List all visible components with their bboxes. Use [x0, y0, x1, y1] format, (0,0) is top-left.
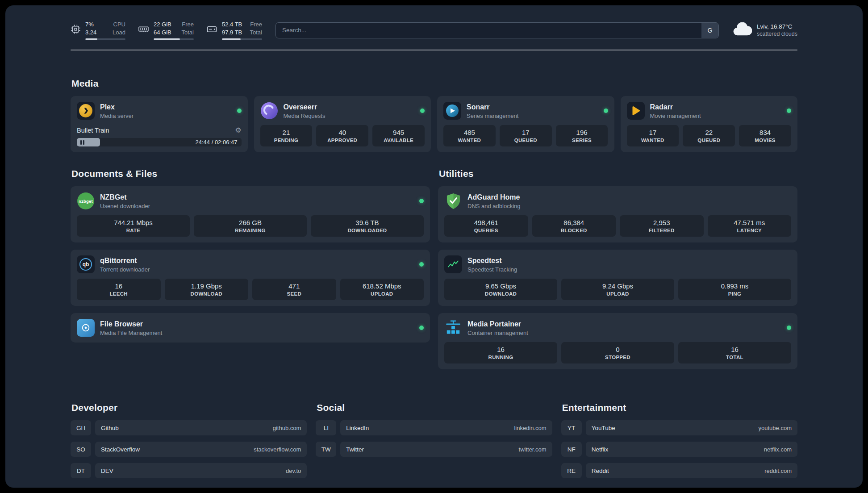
stat-tile: 945 AVAILABLE [372, 125, 425, 146]
filebrowser-status-dot [419, 326, 424, 330]
overseerr-subtitle: Media Requests [284, 113, 326, 119]
plex-card: Plex Media server Bullet Train ⚙ [71, 96, 248, 152]
bookmark-netflix[interactable]: NF Netflix netflix.com [561, 442, 797, 457]
portainer-link[interactable]: Media Portainer Container management [444, 319, 791, 337]
bookmark-reddit[interactable]: RE Reddit reddit.com [561, 463, 797, 478]
qbittorrent-link[interactable]: qb qBittorrent Torrent downloader [77, 255, 424, 273]
qbittorrent-status-dot [419, 262, 424, 267]
cpu-load-label: Load [113, 29, 125, 37]
nzbget-link[interactable]: nzbget NZBGet Usenet downloader [77, 192, 424, 210]
weather-location-temp: Lviv, 16.87°C [757, 23, 797, 30]
disk-widget: 52.4 TB Free 97.9 TB Total [206, 21, 262, 40]
search-provider-button[interactable]: G [701, 23, 718, 38]
bookmark-linkedin[interactable]: LI LinkedIn linkedin.com [316, 420, 552, 435]
radarr-subtitle: Movie management [650, 113, 701, 119]
media-section-title: Media [71, 78, 797, 89]
sonarr-name: Sonarr [467, 103, 518, 111]
stat-tile: 618.52 Mbps UPLOAD [340, 279, 424, 300]
bookmark-dev[interactable]: DT DEV dev.to [71, 463, 307, 478]
adguard-card: AdGuard Home DNS and adblocking 498,461 … [438, 186, 797, 242]
search-bar: G [275, 22, 719, 38]
disk-total-value: 97.9 TB [222, 29, 242, 37]
cloud-icon [732, 22, 752, 38]
adguard-name: AdGuard Home [467, 193, 521, 201]
qbittorrent-icon: qb [77, 255, 95, 273]
section-developer: Developer GH Github github.com SO StackO… [71, 402, 307, 478]
stat-tile: 0.993 ms PING [678, 279, 791, 300]
bookmark-twitter[interactable]: TW Twitter twitter.com [316, 442, 552, 457]
sonarr-link[interactable]: Sonarr Series management [443, 102, 608, 120]
utilities-section-title: Utilities [439, 168, 797, 179]
cpu-icon [71, 24, 81, 36]
qbittorrent-subtitle: Torrent downloader [100, 266, 150, 273]
filebrowser-card: File Browser Media File Management [71, 313, 430, 343]
memory-total-label: Total [182, 29, 194, 37]
radarr-link[interactable]: Radarr Movie management [627, 102, 792, 120]
overseerr-link[interactable]: Overseerr Media Requests [260, 102, 425, 120]
speedtest-card: Speedtest Speedtest Tracking 9.65 Gbps D… [438, 250, 797, 306]
stat-tile: 17 WANTED [627, 125, 679, 146]
bookmark-stackoverflow[interactable]: SO StackOverflow stackoverflow.com [71, 442, 307, 457]
plex-now-playing: Bullet Train ⚙ 24:44 / 02:06:47 [77, 122, 242, 146]
speedtest-link[interactable]: Speedtest Speedtest Tracking [444, 255, 791, 273]
bookmark-youtube[interactable]: YT YouTube youtube.com [561, 420, 797, 435]
speedtest-icon [444, 255, 462, 273]
section-entertainment: Entertainment YT YouTube youtube.com NF … [561, 402, 797, 478]
portainer-name: Media Portainer [467, 320, 528, 328]
overseerr-name: Overseerr [284, 103, 326, 111]
nzbget-subtitle: Usenet downloader [100, 203, 150, 209]
stat-tile: 471 SEED [252, 279, 336, 300]
memory-widget: 22 GiB Free 64 GiB Total [138, 21, 194, 40]
adguard-subtitle: DNS and adblocking [467, 203, 521, 209]
radarr-status-dot [787, 109, 791, 113]
stat-tile: 1.19 Gbps DOWNLOAD [165, 279, 249, 300]
resource-widgets: 7% CPU 3.24 Load [71, 21, 262, 40]
section-utilities: Utilities [438, 168, 797, 369]
speedtest-subtitle: Speedtest Tracking [467, 266, 517, 273]
topbar-divider [71, 50, 797, 50]
pause-icon[interactable] [80, 140, 84, 145]
plex-link[interactable]: Plex Media server [77, 102, 242, 120]
adguard-link[interactable]: AdGuard Home DNS and adblocking [444, 192, 791, 210]
portainer-status-dot [787, 326, 791, 330]
plex-icon [77, 102, 95, 120]
player-progress-bar: 24:44 / 02:06:47 [77, 138, 242, 146]
portainer-icon [444, 319, 462, 337]
stat-tile: 485 WANTED [443, 125, 496, 146]
cpu-load-value: 3.24 [85, 29, 96, 37]
radarr-name: Radarr [650, 103, 701, 111]
stat-tile: 834 MOVIES [739, 125, 791, 146]
qbittorrent-card: qb qBittorrent Torrent downloader 16 [71, 250, 430, 306]
cpu-label: CPU [113, 21, 125, 29]
stat-tile: 0 STOPPED [561, 342, 674, 363]
section-documents: Documents & Files nzbget NZBGet Usenet d… [71, 168, 430, 369]
nzbget-name: NZBGet [100, 193, 150, 201]
radarr-card: Radarr Movie management 17 WANTED 22 QUE… [621, 96, 798, 152]
filebrowser-subtitle: Media File Management [100, 330, 162, 336]
nzbget-icon: nzbget [77, 192, 95, 210]
player-settings-icon[interactable]: ⚙ [235, 127, 241, 134]
bookmark-github[interactable]: GH Github github.com [71, 420, 307, 435]
stat-tile: 21 PENDING [260, 125, 313, 146]
plex-status-dot [237, 109, 242, 113]
cpu-progress-track [85, 38, 125, 40]
stat-tile: 498,461 QUERIES [444, 215, 528, 237]
search-input[interactable] [275, 22, 719, 38]
disk-free-value: 52.4 TB [222, 21, 242, 29]
overseerr-icon [260, 102, 278, 120]
stat-tile: 16 RUNNING [444, 342, 557, 363]
stat-tile: 9.24 Gbps UPLOAD [561, 279, 674, 300]
memory-total-value: 64 GiB [154, 29, 171, 37]
overseerr-status-dot [420, 109, 425, 113]
stat-tile: 266 GB REMAINING [194, 215, 307, 237]
filebrowser-link[interactable]: File Browser Media File Management [77, 319, 424, 337]
stat-tile: 16 TOTAL [678, 342, 791, 363]
social-section-title: Social [317, 402, 552, 413]
now-playing-title: Bullet Train [77, 127, 109, 134]
memory-free-label: Free [182, 21, 194, 29]
stat-tile: 2,953 FILTERED [620, 215, 704, 237]
entertainment-section-title: Entertainment [562, 402, 797, 413]
plex-subtitle: Media server [100, 113, 134, 119]
stat-tile: 744.21 Mbps RATE [77, 215, 190, 237]
stat-tile: 9.65 Gbps DOWNLOAD [444, 279, 557, 300]
